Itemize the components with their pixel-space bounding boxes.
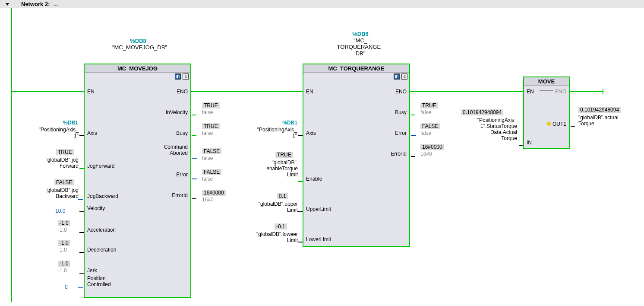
acc-val: -1.0 bbox=[58, 220, 70, 226]
wire bbox=[410, 91, 523, 92]
pin bbox=[79, 168, 84, 169]
upper-val: 0.1 bbox=[277, 193, 288, 199]
tq-errid-val: 16#0000 bbox=[420, 144, 444, 150]
tq-busy-val: TRUE bbox=[420, 102, 438, 108]
port-error: Error bbox=[395, 130, 407, 136]
pin bbox=[79, 252, 84, 253]
error-val: FALSE bbox=[202, 169, 221, 175]
jogbwd-name: "globalDB".jogBackward bbox=[30, 187, 79, 199]
port-en: EN bbox=[527, 89, 534, 95]
jogfwd-val: TRUE bbox=[56, 149, 74, 155]
port-en: EN bbox=[306, 89, 313, 95]
port-enable: Enable bbox=[306, 176, 322, 182]
invel-under: false bbox=[202, 109, 213, 115]
eno-line bbox=[540, 90, 553, 91]
move-in-name: "PositioningAxis_1".StatusTorqueData.Act… bbox=[461, 117, 517, 141]
port-upper: UpperLimit bbox=[306, 206, 331, 212]
pin bbox=[192, 115, 196, 115]
port-axis: Axis bbox=[87, 130, 97, 136]
port-errid: ErrorId bbox=[391, 151, 407, 157]
port-lower: LowerLimit bbox=[306, 236, 331, 242]
port-invel: InVelocity bbox=[166, 109, 188, 115]
wire bbox=[191, 91, 303, 92]
pin bbox=[79, 232, 84, 233]
port-busy: Busy bbox=[176, 130, 188, 136]
block-icon[interactable]: ◧ bbox=[175, 73, 181, 80]
cmdab-under: false bbox=[202, 155, 213, 161]
port-en: EN bbox=[87, 89, 95, 95]
enable-name: "globalDB".enableTorqueLimit bbox=[261, 159, 298, 178]
tq-axis-name: "PositioningAxis_1" bbox=[244, 127, 297, 139]
port-in: IN bbox=[527, 140, 532, 146]
pin bbox=[78, 287, 83, 288]
block-title: MOVE bbox=[524, 77, 569, 86]
block-type-icon[interactable]: ⎚ bbox=[401, 73, 407, 80]
wire bbox=[11, 91, 84, 92]
block-icon[interactable]: ◧ bbox=[394, 73, 400, 80]
network-title: Network 2: bbox=[21, 1, 50, 7]
ladder-diagram: %DB8 "MC_MOVEJOG_DB" MC_MOVEJOG ◧ ⎚ EN A… bbox=[0, 8, 644, 306]
lower-name: "globalDB".loweerLimit bbox=[240, 231, 298, 243]
pin bbox=[411, 115, 415, 115]
collapse-icon[interactable] bbox=[6, 3, 9, 6]
dec-val: -1.0 bbox=[58, 240, 70, 246]
port-posctrl: PositionControlled bbox=[87, 275, 111, 287]
port-error: Error bbox=[176, 172, 188, 178]
pin bbox=[298, 181, 303, 182]
port-axis: Axis bbox=[306, 130, 316, 136]
block-title: MC_TORQUERANGE bbox=[303, 64, 409, 73]
jogfwd-name: "globalDB".jogForward bbox=[31, 157, 79, 169]
db-header-jog: %DB8 "MC_MOVEJOG_DB" bbox=[112, 38, 164, 51]
pin bbox=[79, 211, 84, 212]
port-eno: ENO bbox=[177, 89, 188, 95]
pin bbox=[298, 135, 303, 136]
power-rail bbox=[11, 8, 12, 302]
port-errid: ErrorId bbox=[172, 192, 188, 198]
cmdab-val: FALSE bbox=[202, 148, 221, 154]
port-busy: Busy bbox=[395, 109, 407, 115]
lower-val: -0.1 bbox=[275, 223, 287, 230]
posctrl-val: 0 bbox=[65, 284, 68, 290]
upper-name: "globalDB".upperLimit bbox=[245, 201, 298, 213]
port-jogfwd: JogForward bbox=[87, 163, 114, 169]
vel-val: 10.0 bbox=[55, 208, 65, 214]
pin bbox=[192, 135, 196, 136]
block-type-icon[interactable]: ⎚ bbox=[183, 73, 189, 80]
block-movejog[interactable]: MC_MOVEJOG ◧ ⎚ EN Axis JogForward JogBac… bbox=[84, 64, 191, 298]
star-icon: ✱ bbox=[546, 121, 551, 127]
tq-error-under: false bbox=[420, 130, 431, 136]
network-header[interactable]: Network 2: ..... bbox=[0, 0, 644, 8]
wire bbox=[570, 91, 603, 92]
pin bbox=[519, 145, 523, 146]
enable-val: TRUE bbox=[275, 152, 293, 158]
acc-under: -1.0 bbox=[58, 227, 67, 233]
db-header-tq: %DB6 "MC_TORQUERANGE_DB" bbox=[335, 31, 386, 57]
pin bbox=[298, 211, 303, 212]
pin bbox=[411, 156, 415, 157]
axis-name: "PositioningAxis_1" bbox=[26, 127, 79, 139]
pin bbox=[571, 126, 575, 127]
errid-under: 16#0 bbox=[202, 197, 214, 203]
pin bbox=[79, 135, 84, 136]
errid-val: 16#0000 bbox=[202, 190, 226, 196]
tq-error-val: FALSE bbox=[420, 123, 440, 129]
pin bbox=[192, 178, 197, 179]
move-out-val: 0.101942948094 bbox=[578, 107, 621, 113]
dec-under: -1.0 bbox=[58, 247, 67, 253]
wire-term bbox=[603, 89, 603, 94]
busy-val: TRUE bbox=[202, 123, 220, 129]
port-out1: ✱OUT1 bbox=[546, 121, 566, 127]
pin bbox=[298, 242, 303, 242]
tq-axis-db: %DB1 bbox=[256, 120, 297, 126]
tq-errid-under: 16#0 bbox=[420, 151, 432, 157]
port-dec: Deceleration bbox=[87, 247, 116, 253]
pin bbox=[192, 158, 197, 159]
pin bbox=[78, 199, 83, 200]
port-acc: Acceleration bbox=[87, 227, 116, 233]
block-move[interactable]: MOVE EN ENO ✱OUT1 IN bbox=[523, 76, 570, 149]
jogbwd-val: FALSE bbox=[54, 179, 74, 185]
port-jogbwd: JogBackward bbox=[87, 193, 118, 199]
block-torquerange[interactable]: MC_TORQUERANGE ◧ ⎚ EN Axis Enable UpperL… bbox=[303, 64, 410, 247]
pin bbox=[79, 273, 84, 274]
busy-under: false bbox=[202, 130, 213, 136]
